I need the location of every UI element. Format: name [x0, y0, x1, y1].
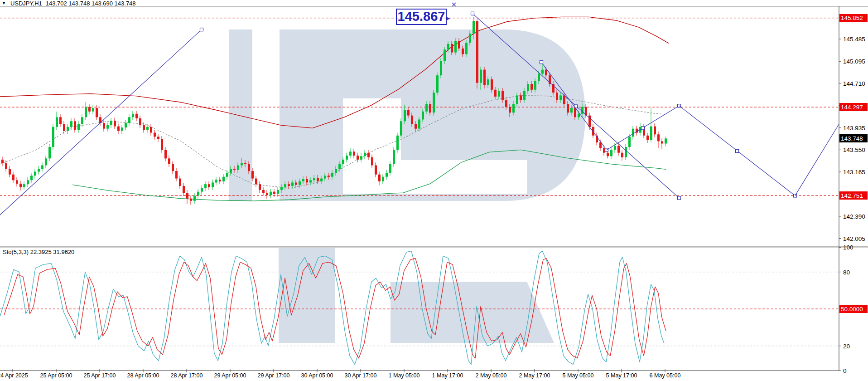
- quotes-ohlc-label: 143.702 143.748 143.690 143.748: [46, 0, 136, 7]
- price-tick-label: 145.485: [843, 36, 865, 43]
- time-tick-label: 29 Apr 05:00: [214, 372, 246, 379]
- time-axis[interactable]: 24 Apr 202525 Apr 05:0025 Apr 17:0028 Ap…: [0, 371, 839, 381]
- time-tick-label: 30 Apr 05:00: [301, 372, 333, 379]
- time-tick-label: 25 Apr 05:00: [40, 372, 72, 379]
- time-tick-label: 24 Apr 2025: [0, 372, 28, 379]
- stoch-tick-label: 20: [843, 342, 850, 349]
- price-tick-label: 143.550: [843, 147, 865, 153]
- chart-canvas[interactable]: [0, 0, 868, 381]
- current-price-badge: 143.748: [839, 134, 868, 142]
- price-axis[interactable]: 145.485145.095144.710144.325143.935143.5…: [839, 0, 868, 381]
- time-tick-label: 1 May 05:00: [389, 372, 420, 379]
- stoch-tick-label: 100: [843, 244, 854, 251]
- time-tick-label: 1 May 17:00: [432, 372, 463, 379]
- time-tick-label: 6 May 05:00: [650, 372, 681, 379]
- time-tick-label: 5 May 17:00: [606, 372, 637, 379]
- time-tick-label: 5 May 05:00: [563, 372, 594, 379]
- price-tick-label: 142.005: [843, 235, 865, 242]
- price-tick-label: 143.935: [843, 124, 865, 131]
- level-price-badge: 145.852: [839, 14, 868, 22]
- time-tick-label: 2 May 17:00: [519, 372, 550, 379]
- stoch-tick-label: 80: [843, 269, 850, 275]
- terminal-chart-window: ▼ USDJPY,H1 143.702 143.748 143.690 143.…: [0, 0, 868, 381]
- stochastic-d-value: 31.9620: [53, 249, 74, 255]
- chart-header: ▼ USDJPY,H1 143.702 143.748 143.690 143.…: [2, 0, 136, 6]
- time-tick-label: 30 Apr 17:00: [345, 372, 377, 379]
- time-tick-label: 28 Apr 17:00: [171, 372, 203, 379]
- stoch-level-badge: 50.0000: [839, 305, 868, 313]
- stochastic-name: Sto(5,3,3): [3, 249, 29, 255]
- time-tick-label: 28 Apr 05:00: [127, 372, 159, 379]
- level-price-badge: 144.297: [839, 103, 868, 111]
- stochastic-k-value: 22.3925: [30, 249, 52, 255]
- time-tick-label: 25 Apr 17:00: [84, 372, 116, 379]
- time-tick-label: 29 Apr 17:00: [258, 372, 290, 379]
- price-tick-label: 145.095: [843, 58, 865, 65]
- stochastic-indicator-label: Sto(5,3,3) 22.3925 31.9620: [3, 249, 74, 255]
- symbol-dropdown-icon[interactable]: ▼: [2, 1, 6, 5]
- price-text-label-object[interactable]: 145.867: [396, 9, 447, 25]
- price-tick-label: 144.710: [843, 80, 865, 87]
- stoch-tick-label: 0: [843, 367, 847, 374]
- time-tick-label: 2 May 05:00: [476, 372, 507, 379]
- symbol-period-label: USDJPY,H1: [10, 0, 42, 7]
- level-price-badge: 142.751: [839, 191, 868, 200]
- price-tick-label: 143.165: [843, 169, 865, 176]
- price-tick-label: 142.390: [843, 213, 865, 220]
